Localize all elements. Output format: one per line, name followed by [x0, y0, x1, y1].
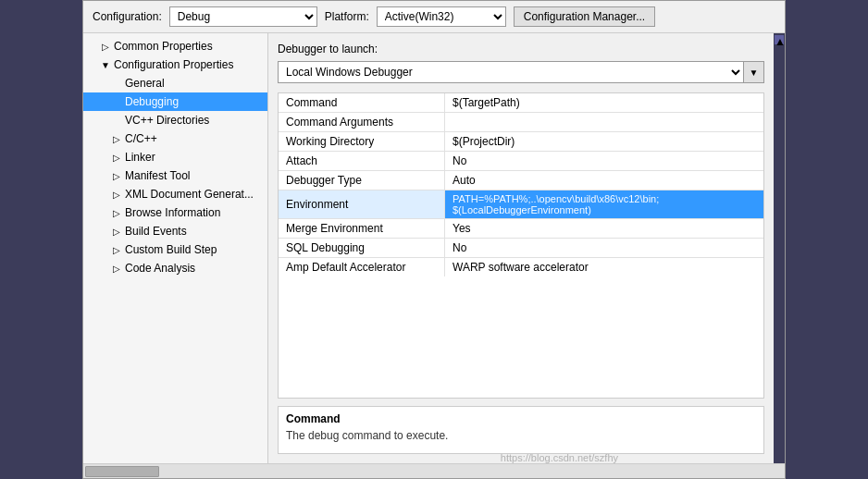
table-row: Command $(TargetPath) — [279, 93, 763, 113]
table-row: SQL Debugging No — [279, 239, 763, 258]
prop-value-attach[interactable]: No — [445, 152, 763, 170]
right-scrollbar[interactable]: ▲ — [774, 33, 785, 463]
prop-value-debugger-type[interactable]: Auto — [445, 171, 763, 190]
prop-value-sql-debugging[interactable]: No — [445, 239, 763, 257]
prop-name-environment: Environment — [279, 190, 445, 218]
debugger-select[interactable]: Local Windows Debugger — [278, 61, 744, 83]
scroll-up-arrow[interactable]: ▲ — [775, 35, 784, 44]
expand-icon-config: ▼ — [100, 59, 111, 70]
expand-icon-browse: ▷ — [111, 207, 122, 218]
table-row: Working Directory $(ProjectDir) — [279, 132, 763, 152]
table-row: Command Arguments — [279, 113, 763, 132]
sidebar-item-browse-information[interactable]: ▷ Browse Information — [83, 203, 267, 222]
sidebar-label-custom-build-step: Custom Build Step — [125, 243, 217, 256]
prop-value-working-directory[interactable]: $(ProjectDir) — [445, 132, 763, 151]
table-row: Amp Default Accelerator WARP software ac… — [279, 258, 763, 276]
sidebar-label-code-analysis: Code Analysis — [125, 262, 195, 275]
expand-icon-common: ▷ — [100, 41, 111, 52]
description-text: The debug command to execute. — [286, 429, 756, 442]
expand-icon-build-events: ▷ — [111, 226, 122, 237]
prop-name-command: Command — [279, 93, 445, 112]
sidebar-label-configuration-properties: Configuration Properties — [114, 58, 233, 71]
sidebar-item-custom-build-step[interactable]: ▷ Custom Build Step — [83, 240, 267, 259]
description-title: Command — [286, 412, 756, 425]
expand-icon-linker: ▷ — [111, 152, 122, 163]
sidebar-label-build-events: Build Events — [125, 225, 187, 238]
prop-name-attach: Attach — [279, 152, 445, 170]
watermark-text: https://blog.csdn.net/szfhy — [501, 452, 618, 463]
sidebar-item-debugging[interactable]: Debugging — [83, 92, 267, 111]
sidebar-label-vc-directories: VC++ Directories — [125, 114, 209, 127]
debugger-dropdown-arrow[interactable]: ▼ — [744, 61, 764, 83]
table-row: Merge Environment Yes — [279, 219, 763, 239]
expand-icon-debugging — [111, 96, 122, 107]
sidebar-item-xml-document[interactable]: ▷ XML Document Generat... — [83, 185, 267, 203]
toolbar: Configuration: Debug Platform: Active(Wi… — [83, 1, 785, 33]
sidebar-label-common-properties: Common Properties — [114, 40, 213, 53]
scroll-thumb[interactable] — [85, 466, 159, 477]
sidebar-item-manifest-tool[interactable]: ▷ Manifest Tool — [83, 166, 267, 185]
debugger-select-row: Local Windows Debugger ▼ — [278, 61, 764, 83]
sidebar-label-browse-information: Browse Information — [125, 206, 220, 219]
sidebar-item-general[interactable]: General — [83, 74, 267, 92]
expand-icon-general — [111, 78, 122, 89]
expand-icon-code-analysis: ▷ — [111, 263, 122, 274]
prop-value-environment[interactable]: PATH=%PATH%;..\opencv\build\x86\vc12\bin… — [445, 190, 763, 218]
properties-table: Command $(TargetPath) Command Arguments … — [278, 92, 764, 399]
sidebar-item-linker[interactable]: ▷ Linker — [83, 148, 267, 166]
prop-value-command[interactable]: $(TargetPath) — [445, 93, 763, 112]
prop-name-merge-environment: Merge Environment — [279, 219, 445, 238]
table-row: Attach No — [279, 152, 763, 171]
prop-name-command-arguments: Command Arguments — [279, 113, 445, 131]
prop-value-command-arguments[interactable] — [445, 113, 763, 131]
prop-name-amp-accelerator: Amp Default Accelerator — [279, 258, 445, 276]
sidebar-item-vc-directories[interactable]: VC++ Directories — [83, 111, 267, 129]
content-area: Debugger to launch: Local Windows Debugg… — [268, 33, 774, 463]
sidebar-item-build-events[interactable]: ▷ Build Events — [83, 222, 267, 240]
sidebar-label-debugging: Debugging — [125, 95, 179, 108]
platform-label: Platform: — [325, 10, 369, 23]
prop-value-amp-accelerator[interactable]: WARP software accelerator — [445, 258, 763, 276]
config-label: Configuration: — [93, 10, 162, 23]
expand-icon-vc — [111, 115, 122, 126]
sidebar-item-code-analysis[interactable]: ▷ Code Analysis — [83, 259, 267, 277]
sidebar-item-configuration-properties[interactable]: ▼ Configuration Properties — [83, 55, 267, 74]
config-manager-button[interactable]: Configuration Manager... — [514, 6, 655, 27]
expand-icon-custom-build: ▷ — [111, 244, 122, 255]
main-area: ▷ Common Properties ▼ Configuration Prop… — [83, 33, 785, 463]
sidebar-item-c-cpp[interactable]: ▷ C/C++ — [83, 129, 267, 148]
sidebar-label-c-cpp: C/C++ — [125, 132, 157, 145]
sidebar-label-general: General — [125, 77, 165, 90]
description-box: Command The debug command to execute. — [278, 406, 764, 454]
sidebar-label-xml-document: XML Document Generat... — [125, 188, 254, 201]
bottom-scrollbar[interactable] — [83, 463, 785, 478]
sidebar-label-manifest-tool: Manifest Tool — [125, 169, 190, 182]
expand-icon-manifest: ▷ — [111, 170, 122, 181]
sidebar-item-common-properties[interactable]: ▷ Common Properties — [83, 37, 267, 55]
prop-name-working-directory: Working Directory — [279, 132, 445, 151]
table-row: Debugger Type Auto — [279, 171, 763, 190]
table-row: Environment PATH=%PATH%;..\opencv\build\… — [279, 190, 763, 219]
sidebar-label-linker: Linker — [125, 151, 155, 164]
prop-name-sql-debugging: SQL Debugging — [279, 239, 445, 257]
prop-name-debugger-type: Debugger Type — [279, 171, 445, 190]
config-select[interactable]: Debug — [169, 6, 317, 27]
debugger-launch-label: Debugger to launch: — [278, 43, 764, 55]
prop-value-merge-environment[interactable]: Yes — [445, 219, 763, 238]
expand-icon-xml: ▷ — [111, 189, 122, 200]
expand-icon-ccpp: ▷ — [111, 133, 122, 144]
platform-select[interactable]: Active(Win32) — [377, 6, 506, 27]
sidebar: ▷ Common Properties ▼ Configuration Prop… — [83, 33, 268, 463]
